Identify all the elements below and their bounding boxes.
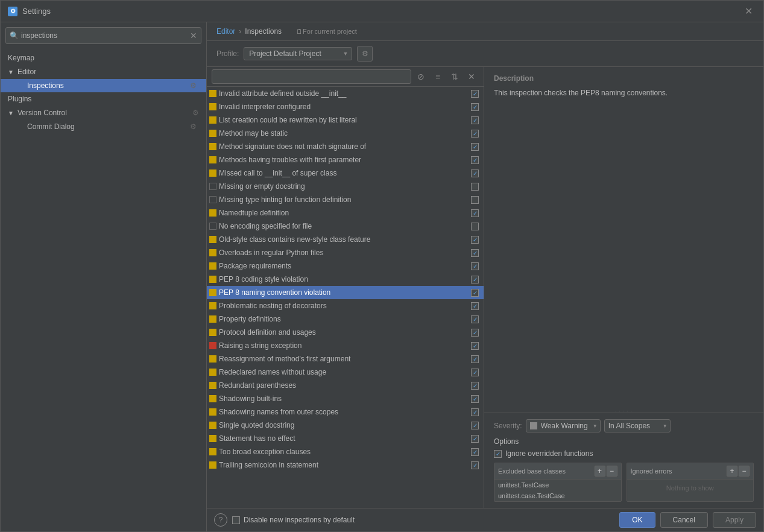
profile-dropdown[interactable]: Project Default Project [244, 47, 352, 60]
main-content: 🔍 ✕ Keymap ▼ Editor Inspections ⚙ Plug [1, 22, 763, 531]
inspection-name: Invalid attribute defined outside __init… [219, 89, 469, 98]
list-item[interactable]: Invalid interpreter configured [207, 100, 484, 113]
severity-color-box [209, 143, 216, 150]
search-clear-icon[interactable]: ✕ [190, 31, 197, 40]
sidebar-search-input[interactable] [21, 31, 190, 40]
inspection-checkbox[interactable] [471, 236, 479, 244]
inspection-checkbox[interactable] [471, 448, 479, 456]
cancel-button[interactable]: Cancel [660, 512, 708, 528]
list-item[interactable]: Overloads in regular Python files [207, 246, 484, 259]
inspection-checkbox[interactable] [471, 276, 479, 283]
clear-filter-button[interactable]: ✕ [464, 69, 479, 84]
list-item[interactable]: Too broad exception clauses [207, 445, 484, 458]
close-button[interactable]: ✕ [741, 4, 756, 18]
list-item[interactable]: Methods having troubles with first param… [207, 153, 484, 166]
inspection-checkbox[interactable] [471, 395, 479, 403]
inspection-checkbox[interactable] [471, 422, 479, 429]
filter-search-input[interactable] [212, 69, 411, 84]
list-item[interactable]: PEP 8 naming convention violation [207, 286, 484, 299]
inspection-checkbox[interactable] [471, 302, 479, 310]
list-item[interactable]: Property definitions [207, 312, 484, 326]
add-excluded-base-class-button[interactable]: + [595, 466, 605, 477]
inspection-name: Shadowing names from outer scopes [219, 408, 469, 416]
excluded-base-class-item[interactable]: unittest.TestCase [494, 480, 621, 490]
list-item[interactable]: Namedtuple definition [207, 206, 484, 220]
list-item[interactable]: Trailing semicolon in statement [207, 458, 484, 472]
list-item[interactable]: Redeclared names without usage [207, 366, 484, 379]
inspection-checkbox[interactable] [471, 262, 479, 270]
list-item[interactable]: Method may be static [207, 127, 484, 140]
ignore-overridden-checkbox[interactable] [494, 450, 502, 458]
list-item[interactable]: Missing or empty docstring [207, 180, 484, 193]
sidebar-group-vcs[interactable]: ▼ Version Control ⚙ [1, 106, 206, 120]
list-item[interactable]: Problematic nesting of decorators [207, 299, 484, 312]
add-ignored-error-button[interactable]: + [727, 466, 737, 477]
ok-button[interactable]: OK [619, 512, 655, 528]
help-button[interactable]: ? [214, 513, 227, 527]
list-item[interactable]: Missed call to __init__ of super class [207, 166, 484, 180]
inspection-checkbox[interactable] [471, 196, 479, 204]
inspection-name: Property definitions [219, 315, 469, 323]
sort-button[interactable]: ≡ [431, 69, 445, 84]
list-item[interactable]: Method signature does not match signatur… [207, 140, 484, 153]
sidebar-item-commit-dialog[interactable]: Commit Dialog ⚙ [1, 120, 206, 133]
excluded-base-class-item[interactable]: unittest.case.TestCase [494, 490, 621, 501]
list-item[interactable]: Missing type hinting for function defini… [207, 193, 484, 206]
inspection-checkbox[interactable] [471, 329, 479, 337]
inspection-name: Statement has no effect [219, 434, 469, 443]
scope-dropdown[interactable]: In All Scopes [604, 419, 671, 432]
profile-label: Profile: [216, 49, 239, 58]
sidebar-item-keymap[interactable]: Keymap [1, 51, 206, 65]
list-item[interactable]: Statement has no effect [207, 432, 484, 445]
remove-ignored-error-button[interactable]: − [739, 466, 750, 477]
inspection-checkbox[interactable] [471, 156, 479, 164]
list-item[interactable]: Reassignment of method's first argument [207, 352, 484, 366]
list-item[interactable]: Invalid attribute defined outside __init… [207, 87, 484, 100]
profile-gear-button[interactable]: ⚙ [357, 46, 373, 62]
inspection-checkbox[interactable] [471, 103, 479, 111]
expand-button[interactable]: ⇅ [447, 69, 462, 84]
inspection-checkbox[interactable] [471, 90, 479, 98]
list-item[interactable]: Raising a string exception [207, 339, 484, 352]
list-item[interactable]: Protocol definition and usages [207, 326, 484, 339]
gear-icon: ⚙ [192, 109, 199, 117]
inspection-checkbox[interactable] [471, 169, 479, 177]
remove-excluded-base-class-button[interactable]: − [607, 466, 617, 477]
filter-button[interactable]: ⊘ [414, 69, 428, 84]
list-item[interactable]: No encoding specified for file [207, 220, 484, 233]
list-item[interactable]: PEP 8 coding style violation [207, 273, 484, 286]
sidebar-item-inspections[interactable]: Inspections ⚙ [1, 79, 206, 92]
inspection-checkbox[interactable] [471, 315, 479, 323]
severity-row: Severity: Weak Warning In All Scopes [494, 419, 754, 432]
inspection-checkbox[interactable] [471, 342, 479, 350]
disable-inspections-checkbox[interactable] [232, 516, 240, 524]
list-item[interactable]: Single quoted docstring [207, 419, 484, 432]
severity-dropdown[interactable]: Weak Warning [526, 419, 601, 432]
apply-button[interactable]: Apply [713, 512, 756, 528]
inspection-checkbox[interactable] [471, 355, 479, 363]
list-item[interactable]: Package requirements [207, 259, 484, 273]
sidebar-group-editor[interactable]: ▼ Editor [1, 65, 206, 79]
inspection-checkbox[interactable] [471, 209, 479, 217]
inspection-checkbox[interactable] [471, 249, 479, 257]
inspection-checkbox[interactable] [471, 223, 479, 230]
inspection-name: Protocol definition and usages [219, 328, 469, 337]
search-icon: 🔍 [10, 31, 19, 40]
list-item[interactable]: Shadowing names from outer scopes [207, 405, 484, 419]
breadcrumb-parent[interactable]: Editor [216, 27, 235, 36]
inspection-checkbox[interactable] [471, 116, 479, 124]
list-item[interactable]: Redundant parentheses [207, 379, 484, 392]
inspection-checkbox[interactable] [471, 435, 479, 443]
inspection-checkbox[interactable] [471, 408, 479, 416]
inspection-checkbox[interactable] [471, 461, 479, 469]
list-item[interactable]: List creation could be rewritten by list… [207, 113, 484, 127]
inspection-checkbox[interactable] [471, 289, 479, 297]
sidebar-item-plugins[interactable]: Plugins [1, 92, 206, 106]
inspection-checkbox[interactable] [471, 369, 479, 376]
inspection-checkbox[interactable] [471, 130, 479, 138]
list-item[interactable]: Old-style class contains new-style class… [207, 233, 484, 246]
list-item[interactable]: Shadowing built-ins [207, 392, 484, 405]
inspection-checkbox[interactable] [471, 143, 479, 151]
inspection-checkbox[interactable] [471, 183, 479, 191]
inspection-checkbox[interactable] [471, 382, 479, 390]
